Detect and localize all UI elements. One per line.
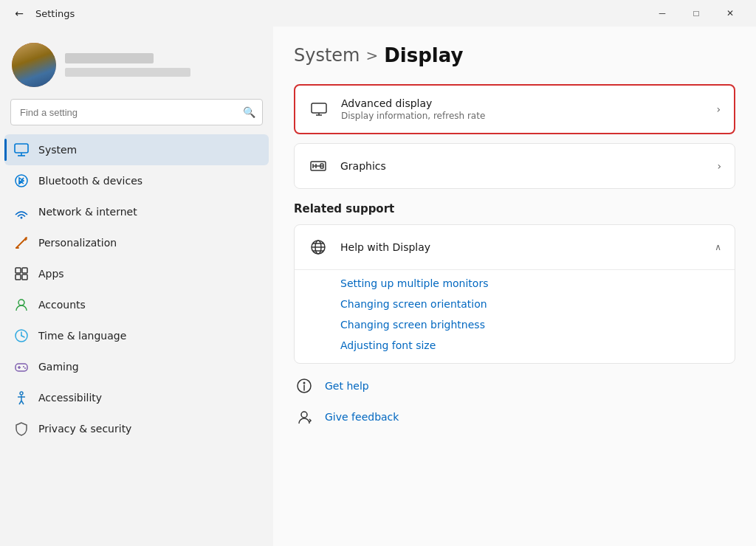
breadcrumb-parent: System [294,45,360,66]
sidebar-item-system[interactable]: System [4,134,269,165]
avatar [12,43,56,87]
svg-point-19 [24,367,26,369]
sidebar-label-accessibility: Accessibility [38,392,102,404]
sidebar-item-gaming[interactable]: Gaming [4,351,269,382]
profile-section [0,34,273,99]
support-link-0[interactable]: Setting up multiple monitors [340,277,720,289]
svg-rect-8 [22,268,27,273]
apps-icon [13,266,30,282]
graphics-row[interactable]: Graphics › [295,144,735,188]
time-icon [13,328,30,344]
advanced-display-row[interactable]: Advanced display Display information, re… [295,86,734,133]
privacy-icon [13,421,30,437]
gaming-icon [13,359,30,375]
sidebar-item-accessibility[interactable]: Accessibility [4,382,269,413]
sidebar-item-network[interactable]: Network & internet [4,196,269,227]
sidebar-item-apps[interactable]: Apps [4,258,269,289]
monitor-icon [309,99,329,120]
graphics-icon [308,156,329,176]
advanced-display-title: Advanced display [341,97,704,109]
close-button[interactable]: ✕ [713,1,747,25]
bottom-link-give-feedback[interactable]: Give feedback [294,407,735,427]
svg-rect-25 [312,103,326,113]
bottom-links: Get help Give feedback [294,376,735,427]
accounts-icon [13,297,30,313]
svg-line-14 [21,336,24,337]
svg-point-4 [21,217,23,219]
svg-point-18 [23,366,24,367]
svg-line-24 [21,401,24,404]
support-link-2[interactable]: Changing screen brightness [340,319,720,331]
back-button[interactable]: ← [9,3,30,24]
sidebar-label-accounts: Accounts [38,299,86,311]
svg-rect-9 [16,274,21,280]
svg-rect-7 [16,268,21,273]
profile-email [65,68,190,77]
sidebar-label-personalization: Personalization [38,237,117,249]
content-area: System > Display Advanced display Displa… [273,27,756,546]
sidebar-label-network: Network & internet [38,206,137,218]
give-feedback-icon [294,407,315,427]
support-link-1[interactable]: Changing screen orientation [340,298,720,310]
personalization-icon [13,235,30,251]
sidebar-item-bluetooth[interactable]: Bluetooth & devices [4,165,269,196]
app-title: Settings [35,8,75,19]
sidebar-item-accounts[interactable]: Accounts [4,289,269,320]
accessibility-icon [13,390,30,406]
give-feedback-label: Give feedback [325,411,399,423]
sidebar-label-time: Time & language [38,330,126,342]
sidebar: 🔍 System Bluetooth & devices Network & i… [0,27,273,546]
app-body: 🔍 System Bluetooth & devices Network & i… [0,27,756,546]
help-display-header[interactable]: Help with Display ∧ [295,225,735,270]
support-links: Setting up multiple monitorsChanging scr… [295,270,735,363]
svg-point-39 [303,382,306,384]
nav-list: System Bluetooth & devices Network & int… [0,134,273,444]
sidebar-label-privacy: Privacy & security [38,423,131,435]
breadcrumb-separator: > [366,46,379,64]
graphics-chevron: › [717,160,721,172]
help-display-card: Help with Display ∧ Setting up multiple … [294,224,735,364]
bluetooth-icon [13,173,30,189]
window-controls: ─ □ ✕ [645,1,747,25]
bottom-link-get-help[interactable]: Get help [294,376,735,396]
sidebar-label-bluetooth: Bluetooth & devices [38,175,142,187]
network-icon [13,204,30,220]
globe-icon [308,237,329,258]
svg-point-41 [301,412,307,418]
sidebar-label-apps: Apps [38,268,64,280]
sidebar-label-gaming: Gaming [38,361,79,373]
collapse-icon: ∧ [715,242,721,252]
svg-point-11 [18,300,24,305]
svg-rect-15 [16,364,27,371]
sidebar-item-time[interactable]: Time & language [4,320,269,351]
svg-line-5 [16,238,27,248]
sidebar-label-system: System [38,144,77,156]
breadcrumb-current: Display [384,44,463,66]
profile-name [65,53,154,63]
svg-point-20 [20,392,23,395]
svg-rect-0 [15,144,28,153]
profile-info [65,53,190,77]
advanced-display-text: Advanced display Display information, re… [341,97,704,121]
search-box: 🔍 [10,99,263,125]
sidebar-item-privacy[interactable]: Privacy & security [4,413,269,444]
get-help-label: Get help [325,380,369,392]
graphics-card: Graphics › [294,143,735,189]
maximize-button[interactable]: □ [679,1,713,25]
svg-rect-10 [22,274,27,280]
advanced-display-subtitle: Display information, refresh rate [341,111,704,121]
advanced-display-chevron: › [716,103,721,115]
system-icon [13,142,30,158]
help-display-title: Help with Display [340,241,703,253]
search-input[interactable] [10,99,263,125]
avatar-image [12,43,56,87]
get-help-icon [294,376,315,396]
support-link-3[interactable]: Adjusting font size [340,339,720,351]
breadcrumb: System > Display [294,44,735,66]
related-support-label: Related support [294,202,735,215]
sidebar-item-personalization[interactable]: Personalization [4,227,269,258]
graphics-text: Graphics [340,160,705,172]
graphics-title: Graphics [340,160,705,172]
svg-line-23 [19,401,21,404]
minimize-button[interactable]: ─ [645,1,679,25]
